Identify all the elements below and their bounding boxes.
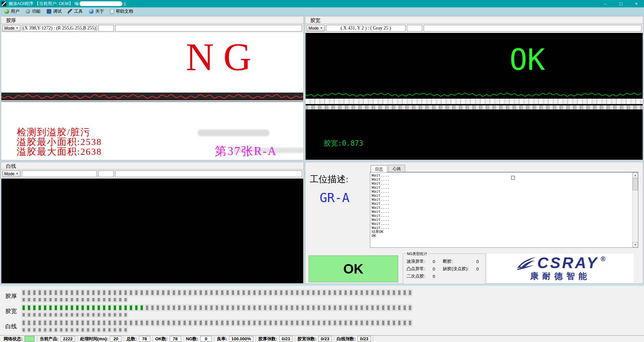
indicator-cell	[301, 304, 305, 311]
coordinate-display[interactable]: (X 398,Y 1272) : (R 255,G 255,B 255)	[22, 25, 97, 32]
indicator-cell	[38, 304, 42, 311]
menu-item-debug[interactable]: 调试	[44, 8, 65, 15]
value-box-small[interactable]	[407, 25, 422, 32]
indicator-cell	[386, 289, 391, 296]
log-line: Wait....	[372, 194, 638, 198]
indicator-cell	[360, 304, 364, 311]
value-box-small[interactable]	[98, 25, 114, 32]
close-button[interactable]: ×	[629, 0, 644, 7]
indicator-cell	[311, 320, 316, 326]
jiaokuan-image-view[interactable]: OK 胶宽:0.873	[306, 33, 643, 160]
indicator-cell	[386, 304, 391, 311]
indicator-cell	[75, 304, 79, 311]
menu-items: 用户功能调试工具关于帮助文档	[1, 8, 136, 15]
coordinate-display[interactable]: ( X 431, Y 2 ) : ( Gray 25 )	[326, 25, 406, 32]
debug-icon	[47, 9, 51, 14]
indicator-cell	[241, 304, 246, 311]
indicator-cell	[27, 320, 31, 326]
indicator-cell	[118, 297, 122, 302]
indicator-cell	[408, 304, 412, 311]
indicator-cell	[38, 327, 42, 333]
log-scrollbar[interactable]: ▲ ▼	[632, 173, 638, 247]
indicator-cell	[252, 304, 257, 311]
indicator-cell	[279, 320, 283, 326]
indicator-cell	[322, 304, 326, 311]
indicator-group-胶宽: 胶宽	[0, 304, 644, 319]
indicator-cell	[86, 320, 90, 326]
scroll-down-icon[interactable]: ▼	[633, 242, 638, 247]
indicator-cell	[64, 312, 69, 317]
mode-dropdown[interactable]: Mode ▼	[2, 170, 20, 177]
tools-icon	[68, 9, 72, 14]
status-item: NG数:0	[184, 336, 215, 342]
log-tabs: 日志心跳	[370, 165, 638, 172]
status-quadrant: 工位描述: GR-A 日志心跳 Wait....Wait....Wait....…	[305, 162, 643, 284]
menu-item-function[interactable]: 功能	[22, 8, 44, 15]
about-icon	[89, 9, 94, 14]
value-box-wide[interactable]	[424, 25, 642, 32]
minimize-button[interactable]: –	[598, 0, 613, 7]
log-checkbox[interactable]	[511, 176, 515, 180]
ind-row1	[21, 289, 412, 296]
indicator-cell	[199, 304, 203, 311]
window-title-suffix: 1	[123, 1, 126, 6]
maximize-button[interactable]: □	[613, 0, 629, 7]
ng-stat-row: 波浪异常:0	[407, 258, 435, 265]
indicator-cell	[59, 297, 63, 302]
indicator-cell	[338, 289, 342, 296]
menu-item-user[interactable]: 用户	[1, 8, 22, 15]
indicator-cell	[204, 320, 208, 326]
indicator-cell	[64, 289, 69, 296]
indicator-cell	[177, 304, 181, 311]
value-box-wide[interactable]	[115, 170, 302, 177]
indicator-cell	[268, 320, 273, 326]
product-strip-lower	[306, 105, 643, 109]
log-list[interactable]: Wait....Wait....Wait....Wait....Wait....…	[370, 172, 638, 248]
indicator-cell	[397, 304, 401, 311]
indicator-cell	[107, 327, 112, 333]
log-tab-心跳[interactable]: 心跳	[388, 165, 405, 172]
registered-mark: ®	[600, 255, 605, 263]
indicator-cell	[279, 289, 283, 296]
indicator-cell	[268, 289, 273, 296]
scrollbar-thumb[interactable]	[633, 178, 638, 190]
defect-line: 溢胶最大面积:2638	[17, 147, 102, 156]
menu-item-help-doc[interactable]: 帮助文档	[107, 8, 136, 15]
ng-stat-value: 0	[433, 259, 435, 264]
indicator-cell	[268, 304, 273, 311]
mode-dropdown[interactable]: Mode ▼	[2, 25, 20, 32]
indicator-cell	[274, 320, 278, 326]
indicator-cell	[306, 304, 310, 311]
indicator-cell	[343, 304, 348, 311]
indicator-cell	[75, 327, 79, 333]
indicator-cell	[102, 304, 106, 311]
indicator-cell	[38, 312, 42, 317]
overall-result-button[interactable]: OK	[309, 255, 398, 282]
value-box-small[interactable]	[98, 170, 114, 177]
baixian-image-view[interactable]	[1, 179, 303, 283]
indicator-cell	[134, 289, 139, 296]
panel-jiaokuan-title: 胶宽	[305, 16, 643, 24]
indicator-cell	[263, 289, 267, 296]
menu-item-about[interactable]: 关于	[86, 8, 107, 15]
indicator-cell	[284, 320, 289, 326]
scroll-up-icon[interactable]: ▲	[633, 173, 638, 178]
indicator-cell	[365, 320, 369, 326]
menu-item-tools[interactable]: 工具	[65, 8, 86, 15]
log-line: Wait....	[372, 222, 638, 226]
log-tab-日志[interactable]: 日志	[371, 165, 387, 172]
indicator-cell	[150, 320, 155, 326]
chevron-down-icon: ▼	[16, 27, 18, 30]
indicator-cell	[177, 289, 181, 296]
indicator-cell	[220, 304, 224, 311]
indicator-cell	[123, 289, 128, 296]
mode-dropdown[interactable]: Mode ▼	[307, 25, 325, 32]
indicator-cell	[27, 327, 31, 333]
coordinate-display[interactable]	[22, 170, 97, 177]
indicator-cell	[193, 320, 198, 326]
jiaohou-image-view[interactable]: NG 检测到溢胶/脏污 溢胶最小面积:2538 溢胶最大面积:2638 第37张…	[1, 33, 303, 160]
indicator-cell	[381, 289, 385, 296]
indicator-cell	[370, 304, 375, 311]
value-box-wide[interactable]	[115, 25, 302, 32]
indicator-cell	[258, 289, 262, 296]
